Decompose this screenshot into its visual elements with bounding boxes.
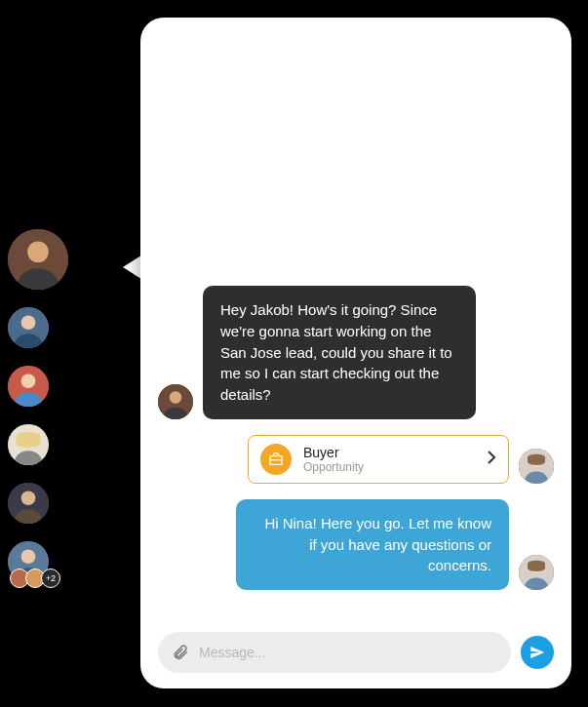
message-list: Hey Jakob! How's it going? Since we're g… bbox=[140, 286, 571, 618]
send-button[interactable] bbox=[521, 636, 554, 669]
sender-avatar[interactable] bbox=[519, 449, 554, 484]
contact-avatar-active[interactable] bbox=[8, 229, 68, 290]
message-row: Buyer Opportunity bbox=[158, 435, 554, 484]
message-input[interactable] bbox=[199, 645, 497, 660]
card-subtitle: Opportunity bbox=[303, 460, 475, 474]
message-row: Hi Nina! Here you go. Let me know if you… bbox=[158, 499, 554, 590]
briefcase-icon bbox=[260, 444, 292, 475]
contact-sidebar: +2 bbox=[8, 229, 76, 590]
message-composer bbox=[158, 632, 554, 673]
chevron-right-icon bbox=[487, 448, 496, 470]
message-bubble: Hey Jakob! How's it going? Since we're g… bbox=[203, 286, 476, 419]
sender-avatar[interactable] bbox=[519, 555, 554, 590]
group-more-badge: +2 bbox=[41, 569, 60, 588]
contact-avatar[interactable] bbox=[8, 366, 49, 407]
svg-point-3 bbox=[21, 315, 36, 330]
message-bubble: Hi Nina! Here you go. Let me know if you… bbox=[236, 499, 509, 590]
svg-point-11 bbox=[21, 549, 36, 564]
input-container bbox=[158, 632, 511, 673]
contact-avatar[interactable] bbox=[8, 483, 49, 524]
message-row: Hey Jakob! How's it going? Since we're g… bbox=[158, 286, 554, 419]
sender-avatar[interactable] bbox=[158, 384, 193, 419]
contact-avatar[interactable] bbox=[8, 307, 49, 348]
contact-avatar[interactable] bbox=[8, 424, 49, 465]
card-title: Buyer bbox=[303, 445, 475, 460]
card-text: Buyer Opportunity bbox=[303, 445, 475, 474]
opportunity-card[interactable]: Buyer Opportunity bbox=[248, 435, 509, 484]
chat-panel: Hey Jakob! How's it going? Since we're g… bbox=[140, 18, 571, 688]
svg-point-9 bbox=[21, 491, 36, 505]
attachment-icon[interactable] bbox=[172, 644, 189, 661]
svg-point-1 bbox=[27, 241, 49, 262]
svg-point-5 bbox=[21, 373, 36, 388]
group-members: +2 bbox=[10, 569, 60, 588]
svg-point-13 bbox=[170, 391, 182, 404]
contact-group[interactable]: +2 bbox=[8, 541, 66, 590]
